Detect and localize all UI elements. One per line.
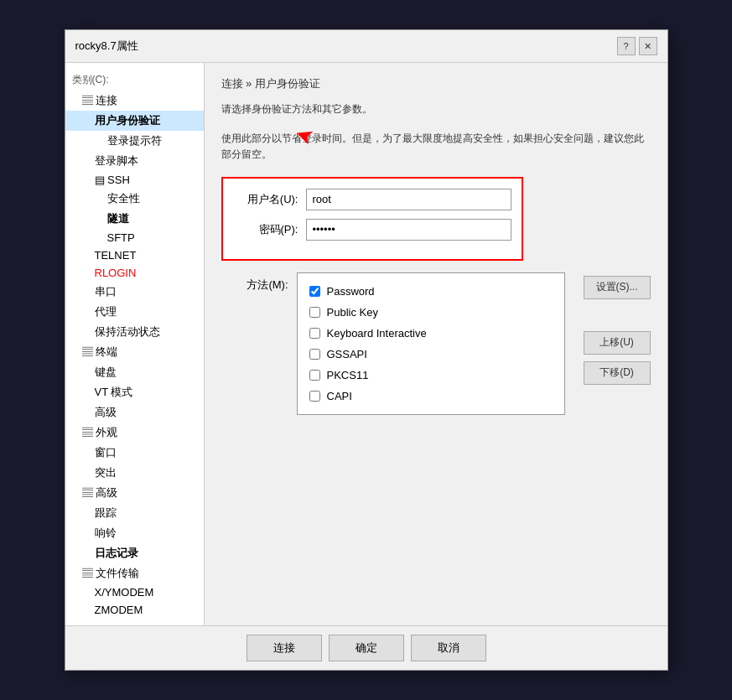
sidebar-item-dai-li[interactable]: 代理 <box>65 302 204 322</box>
method-row-public-key: Public Key <box>304 303 558 322</box>
sidebar-item-xy-modem[interactable]: X/YMODEM <box>65 583 204 601</box>
sidebar-item-gen-zong[interactable]: 跟踪 <box>65 503 204 523</box>
method-checkbox-public-key[interactable] <box>309 307 320 318</box>
username-input[interactable] <box>306 189 511 210</box>
main-content: 连接 » 用户身份验证 请选择身份验证方法和其它参数。 使用此部分以节省登录时间… <box>205 63 667 625</box>
method-label-pkcs11: PKCS11 <box>327 369 369 381</box>
move-down-button[interactable]: 下移(D) <box>584 361 651 385</box>
dialog-body: 类别(C): ▤ 连接用户身份验证登录提示符登录脚本▤ SSH安全性隧道SFTP… <box>65 63 667 625</box>
close-button[interactable]: ✕ <box>639 37 657 55</box>
cancel-button[interactable]: 取消 <box>411 635 486 661</box>
ok-button[interactable]: 确定 <box>329 635 404 661</box>
sidebar-item-tu-chu[interactable]: 突出 <box>65 463 204 483</box>
method-checkbox-keyboard-interactive[interactable] <box>309 328 320 339</box>
method-checkbox-gssapi[interactable] <box>309 349 320 360</box>
method-row-gssapi: GSSAPI <box>304 345 558 364</box>
sidebar-item-ssh[interactable]: ▤ SSH <box>65 171 204 189</box>
title-bar: rocky8.7属性 ? ✕ <box>65 30 667 63</box>
sidebar-item-sftp[interactable]: SFTP <box>65 229 204 246</box>
sidebar-item-jian-pan[interactable]: 键盘 <box>65 362 204 382</box>
connect-button[interactable]: 连接 <box>247 635 322 661</box>
sidebar-item-zhong-duan[interactable]: ▤ 终端 <box>65 342 204 362</box>
sidebar-item-vt-mo-shi[interactable]: VT 模式 <box>65 382 204 402</box>
username-label: 用户名(U): <box>233 192 307 207</box>
method-label-capi: CAPI <box>327 390 352 402</box>
breadcrumb: 连接 » 用户身份验证 <box>221 76 651 91</box>
sidebar: 类别(C): ▤ 连接用户身份验证登录提示符登录脚本▤ SSH安全性隧道SFTP… <box>65 63 205 625</box>
method-label-public-key: Public Key <box>327 306 378 319</box>
method-label-keyboard-interactive: Keyboard Interactive <box>327 327 427 340</box>
category-label: 类别(C): <box>65 70 204 91</box>
move-up-button[interactable]: 上移(U) <box>584 331 651 355</box>
help-button[interactable]: ? <box>617 37 636 55</box>
password-row: 密码(P): <box>233 219 511 241</box>
side-buttons: 设置(S)... 上移(U) 下移(D) <box>574 272 651 385</box>
sidebar-item-chuang-kou[interactable]: 窗口 <box>65 443 204 463</box>
sidebar-item-chuan-kou[interactable]: 串口 <box>65 282 204 302</box>
description1: 请选择身份验证方法和其它参数。 <box>221 101 651 117</box>
credentials-box: 用户名(U): 密码(P): <box>221 177 523 261</box>
method-checkbox-capi[interactable] <box>309 391 320 402</box>
sidebar-item-lian-jie[interactable]: ▤ 连接 <box>65 91 204 111</box>
method-label: 方法(M): <box>221 272 297 293</box>
settings-button[interactable]: 设置(S)... <box>584 276 651 299</box>
sidebar-item-telnet[interactable]: TELNET <box>65 246 204 264</box>
method-label-gssapi: GSSAPI <box>327 348 367 360</box>
method-label-password: Password <box>327 285 375 298</box>
method-box: PasswordPublic KeyKeyboard InteractiveGS… <box>297 272 565 415</box>
sidebar-item-wai-guan[interactable]: ▤ 外观 <box>65 423 204 443</box>
sidebar-item-ri-zhi-ji-lu[interactable]: 日志记录 <box>65 543 204 563</box>
password-label: 密码(P): <box>233 222 307 237</box>
sidebar-item-sui-dao[interactable]: 隧道 <box>65 209 204 229</box>
sidebar-item-deng-lu-ti-shi-fu[interactable]: 登录提示符 <box>65 131 204 151</box>
sidebar-item-bao-chi-huo-dong[interactable]: 保持活动状态 <box>65 322 204 342</box>
username-row: 用户名(U): <box>233 189 511 210</box>
method-row-password: Password <box>304 282 558 301</box>
main-dialog: rocky8.7属性 ? ✕ 类别(C): ▤ 连接用户身份验证登录提示符登录脚… <box>65 29 668 671</box>
method-checkbox-pkcs11[interactable] <box>309 370 320 381</box>
method-row-pkcs11: PKCS11 <box>304 366 558 385</box>
sidebar-item-zmodem[interactable]: ZMODEM <box>65 601 204 619</box>
sidebar-item-xiang-ling[interactable]: 响铃 <box>65 523 204 543</box>
sidebar-item-an-quan-xing[interactable]: 安全性 <box>65 189 204 209</box>
method-row-keyboard-interactive: Keyboard Interactive <box>304 324 558 343</box>
sidebar-item-gao-ji[interactable]: ▤ 高级 <box>65 483 204 503</box>
sidebar-item-wen-jian-chuan-shu[interactable]: ▤ 文件传输 <box>65 563 204 583</box>
password-input[interactable] <box>306 219 511 241</box>
dialog-footer: 连接 确定 取消 <box>65 625 667 670</box>
method-row-capi: CAPI <box>304 386 558 406</box>
sidebar-item-deng-lu-jiao-ben[interactable]: 登录脚本 <box>65 151 204 171</box>
description2: 使用此部分以节省登录时间。但是，为了最大限度地提高安全性，如果担心安全问题，建议… <box>221 131 651 163</box>
method-section: 方法(M): PasswordPublic KeyKeyboard Intera… <box>221 272 651 415</box>
method-checkbox-password[interactable] <box>309 286 320 297</box>
dialog-title: rocky8.7属性 <box>75 39 138 54</box>
title-bar-controls: ? ✕ <box>617 37 657 55</box>
sidebar-item-yong-hu-shen-fen[interactable]: 用户身份验证 <box>65 111 204 131</box>
sidebar-item-gao-ji-zhong[interactable]: 高级 <box>65 402 204 423</box>
sidebar-item-rlogin[interactable]: RLOGIN <box>65 264 204 282</box>
